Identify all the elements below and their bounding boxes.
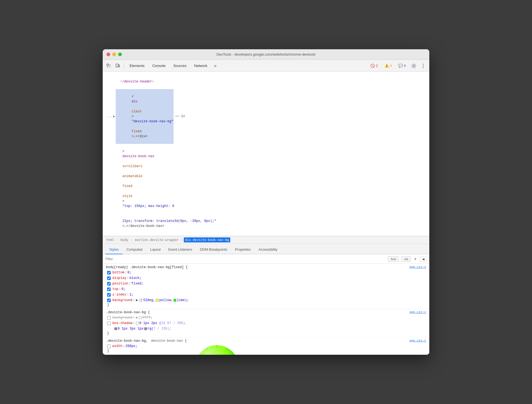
css-panel: body[ready] .devsite-book-nav-bg[fixed] … xyxy=(103,264,429,355)
tabs-row: Styles Computed Layout Event Listeners D… xyxy=(103,244,429,254)
tab-dom-breakpoints[interactable]: DOM Breakpoints xyxy=(196,245,231,254)
svg-point-10 xyxy=(141,300,141,301)
tab-computed[interactable]: Computed xyxy=(123,245,146,254)
filter-bar: :hov .cls + ◄ xyxy=(103,254,429,264)
toolbar-divider xyxy=(124,63,124,69)
traffic-lights xyxy=(107,53,122,56)
css-rule-2-header: .devsite-book-nav-bg { app.css:1 xyxy=(106,310,426,314)
css-rule-3: .devsite-book-nav-bg, devsite-book-nav {… xyxy=(103,337,429,355)
svg-point-7 xyxy=(423,67,424,68)
css-rule-1-header: body[ready] .devsite-book-nav-bg[fixed] … xyxy=(106,265,426,269)
tab-styles[interactable]: Styles xyxy=(105,245,123,254)
css-source-1[interactable]: app.css:1 xyxy=(404,265,426,269)
css-prop-bottom: bottom : 0; xyxy=(106,270,426,275)
breadcrumb-section[interactable]: section.devsite-wrapper xyxy=(133,237,180,242)
titlebar: DevTools - developers.google.com/web/too… xyxy=(103,49,429,60)
gradient-arrow-icon[interactable]: ▶ xyxy=(136,297,138,303)
color-wheel-popup[interactable] xyxy=(194,344,240,355)
close-button[interactable] xyxy=(107,53,110,56)
info-badge-button[interactable]: 💬 9 xyxy=(396,63,408,69)
devtools-window: DevTools - developers.google.com/web/too… xyxy=(103,49,429,355)
css-selector-1[interactable]: body[ready] .devsite-book-nav-bg[fixed] xyxy=(106,265,184,269)
breadcrumb-div-active[interactable]: div.devsite-book-nav-bg xyxy=(184,237,230,242)
tab-network[interactable]: Network xyxy=(191,62,211,69)
svg-rect-2 xyxy=(118,65,120,67)
checkbox-top[interactable] xyxy=(107,288,111,291)
devtools-toolbar: Elements Console Sources Network » 🚫 2 ⚠… xyxy=(103,60,429,72)
tab-event-listeners[interactable]: Event Listeners xyxy=(164,245,196,254)
checkbox-boxshadow[interactable] xyxy=(107,322,111,325)
checkbox-bottom[interactable] xyxy=(107,271,111,274)
bg-arrow-icon[interactable]: ▶ xyxy=(136,315,138,320)
css-source-2[interactable]: app.css:1 xyxy=(404,310,426,314)
more-options-button[interactable] xyxy=(419,62,427,70)
gray-color-swatch[interactable] xyxy=(144,327,147,330)
inspector-icon-button[interactable] xyxy=(105,62,113,70)
dots-icon[interactable]: ... xyxy=(106,114,112,119)
info-count: 9 xyxy=(404,64,406,68)
info-icon: 💬 xyxy=(398,64,403,68)
css-selector-3[interactable]: .devsite-book-nav-bg, xyxy=(106,339,148,343)
shadow-swatch-1[interactable] xyxy=(136,322,139,325)
svg-point-5 xyxy=(423,64,424,64)
toggle-sidebar-button[interactable]: ◄ xyxy=(420,257,427,261)
svg-point-6 xyxy=(423,65,424,66)
css-prop-zindex: z-index : 1; xyxy=(106,292,426,297)
device-toggle-button[interactable] xyxy=(114,62,122,70)
checkbox-background-1[interactable] xyxy=(107,299,111,302)
checkbox-position[interactable] xyxy=(107,282,111,286)
more-tabs-button[interactable]: » xyxy=(212,62,219,69)
toolbar-right: 🚫 2 ⚠️ 4 💬 9 xyxy=(368,62,427,70)
warning-count: 4 xyxy=(390,64,392,68)
tab-sources[interactable]: Sources xyxy=(170,62,190,69)
tab-layout[interactable]: Layout xyxy=(146,245,165,254)
svg-rect-0 xyxy=(107,64,109,66)
yellow-color-swatch[interactable] xyxy=(156,299,159,302)
svg-point-4 xyxy=(413,65,415,66)
checkbox-background-2[interactable] xyxy=(107,316,111,320)
error-badge-button[interactable]: 🚫 2 xyxy=(368,63,380,69)
shadow-swatch-2[interactable] xyxy=(114,327,117,330)
css-prop-width: width : 268px; xyxy=(106,343,426,349)
settings-button[interactable] xyxy=(410,62,418,70)
css-prop-top: top : 0; xyxy=(106,286,426,292)
checkbox-width[interactable] xyxy=(107,345,111,348)
css-prop-display: display : block; xyxy=(106,275,426,281)
cls-button[interactable]: .cls xyxy=(401,256,411,262)
minimize-button[interactable] xyxy=(112,53,116,56)
dom-line-1: </devsite-header> xyxy=(106,74,426,89)
css-rule-3-header: .devsite-book-nav-bg, devsite-book-nav {… xyxy=(106,339,426,343)
checkbox-zindex[interactable] xyxy=(107,293,111,297)
css-source-3[interactable]: app.css:1 xyxy=(404,339,426,342)
breadcrumb: html › body › section.devsite-wrapper › … xyxy=(103,236,429,244)
maximize-button[interactable] xyxy=(118,53,122,56)
lime-color-swatch[interactable] xyxy=(174,299,176,302)
dom-panel: </devsite-header> ... ▶ < div class = "d… xyxy=(103,72,429,236)
hov-button[interactable]: :hov xyxy=(388,256,399,262)
css-prop-background-1: background : ▶ 52deg, yellow, lime); xyxy=(106,297,426,303)
add-style-button[interactable]: + xyxy=(413,257,418,261)
color-wheel-svg xyxy=(194,344,240,355)
svg-point-3 xyxy=(117,66,117,66)
dom-line-2[interactable]: ... ▶ < div class = "devsite-book-nav-bg… xyxy=(106,89,426,144)
css-selector-2[interactable]: .devsite-book-nav-bg xyxy=(106,310,146,314)
window-title: DevTools - developers.google.com/web/too… xyxy=(216,52,316,56)
tab-console[interactable]: Console xyxy=(149,62,169,69)
dom-line-3: < devsite-book-nav scrollbars animatable… xyxy=(106,144,426,214)
breadcrumb-body[interactable]: body xyxy=(120,237,130,242)
error-count: 2 xyxy=(376,64,378,68)
filter-input[interactable] xyxy=(105,257,386,261)
breadcrumb-html[interactable]: html xyxy=(105,237,115,242)
tab-accessibility[interactable]: Accessibility xyxy=(255,245,281,254)
css-prop-boxshadow-cont: 0 1px 3px 1px rg( 7 / 15%); xyxy=(106,326,426,332)
warning-badge-button[interactable]: ⚠️ 4 xyxy=(382,63,394,69)
css-rule-1: body[ready] .devsite-book-nav-bg[fixed] … xyxy=(103,264,429,309)
checkbox-display[interactable] xyxy=(107,276,111,280)
error-icon: 🚫 xyxy=(370,64,375,68)
expand-arrow[interactable]: ▶ xyxy=(113,114,115,119)
tab-properties[interactable]: Properties xyxy=(231,245,255,254)
tab-elements[interactable]: Elements xyxy=(126,62,148,69)
angle-icon[interactable] xyxy=(139,299,143,302)
css-rule-2: .devsite-book-nav-bg { app.css:1 backgro… xyxy=(103,309,429,337)
white-color-swatch[interactable] xyxy=(139,316,142,319)
